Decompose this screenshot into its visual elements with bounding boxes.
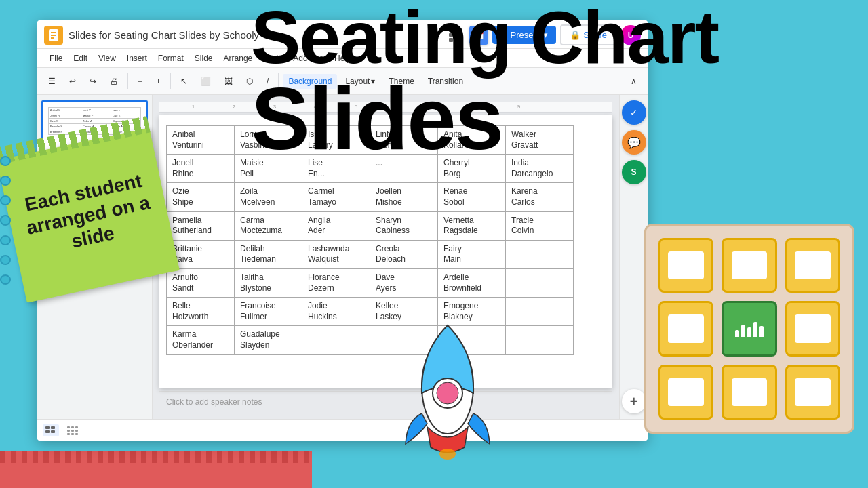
- card-item-3[interactable]: [785, 238, 840, 293]
- title-icons: 📅 ▶ Present ▾ 🔒 Share U: [446, 24, 641, 45]
- svg-rect-12: [67, 426, 70, 428]
- sidebar-sheets-icon[interactable]: S: [622, 160, 646, 184]
- svg-rect-20: [75, 433, 78, 435]
- cell-r2-c3: JoellenMishoe: [370, 183, 438, 211]
- grid-view-btn[interactable]: [43, 424, 59, 436]
- menu-tools[interactable]: Tools: [258, 51, 288, 66]
- spiral-hole-7: [0, 274, 11, 285]
- menu-insert[interactable]: Insert: [121, 51, 153, 66]
- svg-rect-14: [75, 426, 78, 428]
- menu-view[interactable]: View: [93, 51, 121, 66]
- calendar-icon[interactable]: 📅: [469, 26, 488, 45]
- cell-r0-c0: AnibalVenturini: [167, 126, 235, 155]
- sidebar-tasks-icon[interactable]: ✓: [622, 100, 646, 125]
- google-apps-icon[interactable]: [446, 26, 465, 45]
- cell-r7-c0: KarmaOberlander: [167, 326, 235, 354]
- card-item-8[interactable]: [722, 365, 776, 420]
- spiral-hole-3: [0, 195, 11, 205]
- share-button[interactable]: 🔒 Share: [560, 24, 616, 45]
- dot-7: [449, 38, 452, 41]
- card-item-7[interactable]: [658, 365, 713, 420]
- speaker-notes[interactable]: Click to add speaker notes: [159, 391, 612, 412]
- h-ruler: 1 2 3 4 5 6 7 8 9: [159, 102, 612, 113]
- speaker-notes-placeholder: Click to add speaker notes: [166, 397, 262, 407]
- layout-chevron: ▾: [371, 77, 375, 86]
- bar-5: [760, 326, 764, 337]
- menu-addons[interactable]: Add-ons: [288, 51, 329, 66]
- slide-canvas[interactable]: AnibalVenturiniLorriVasbinderIssaLandryL…: [159, 115, 612, 388]
- sidebar-chat-icon[interactable]: 💬: [622, 130, 646, 155]
- spiral-hole-2: [0, 176, 11, 186]
- card-item-1[interactable]: [658, 238, 713, 293]
- ruler-mark-1: 1: [173, 104, 214, 110]
- cell-r6-c1: FrancoiseFullmer: [235, 298, 302, 326]
- ruler-mark-8: 8: [458, 104, 498, 110]
- cell-r3-c5: TracieColvin: [506, 211, 574, 240]
- toolbar-print-btn[interactable]: 🖨: [104, 74, 123, 89]
- cell-r2-c4: RenaeSobol: [438, 183, 506, 211]
- dot-3: [459, 28, 462, 32]
- menu-help[interactable]: Help: [329, 51, 357, 66]
- user-avatar[interactable]: U: [620, 25, 641, 45]
- present-button[interactable]: ▶ Present ▾: [492, 26, 556, 44]
- app-title: Slides for Seating Chart Slides by Schoo…: [68, 29, 441, 41]
- card-inner-9: [795, 378, 831, 406]
- toolbar-zoom-out[interactable]: −: [132, 74, 148, 89]
- theme-button[interactable]: Theme: [383, 74, 419, 89]
- cell-r7-c2: [302, 326, 370, 354]
- toolbar-undo-btn[interactable]: ↩: [64, 74, 81, 89]
- present-chevron: ▾: [543, 30, 548, 40]
- ruler-mark-6: 6: [376, 104, 417, 110]
- svg-rect-19: [71, 433, 74, 435]
- sidebar-add-btn[interactable]: +: [622, 389, 646, 413]
- card-item-9[interactable]: [785, 365, 840, 420]
- cell-r7-c5: [506, 326, 574, 354]
- toolbar-image-btn[interactable]: 🖼: [219, 74, 238, 89]
- cell-r0-c5: WalkerGravatt: [506, 126, 574, 155]
- background-button[interactable]: Background: [283, 74, 337, 89]
- cell-r5-c2: FloranceDezern: [302, 268, 370, 297]
- svg-rect-5: [51, 32, 56, 33]
- spiral-hole-6: [0, 255, 11, 265]
- dot-9: [459, 38, 462, 41]
- toolbar: ☰ ↩ ↪ 🖨 − + ↖ ⬜ 🖼 ⬡ / Background Layout …: [37, 68, 648, 95]
- cell-r2-c1: ZoilaMcelveen: [235, 183, 302, 211]
- cell-r2-c0: OzieShipe: [167, 183, 235, 211]
- spiral-hole-4: [0, 215, 11, 225]
- list-view-btn[interactable]: [64, 424, 81, 436]
- title-bar: Slides for Seating Chart Slides by Schoo…: [37, 20, 648, 49]
- card-item-2[interactable]: [722, 238, 776, 293]
- cell-r5-c0: ArnulfoSandt: [167, 268, 235, 297]
- cell-r3-c4: VernettaRagsdale: [438, 211, 506, 240]
- present-icon: ▶: [500, 30, 507, 40]
- card-item-6[interactable]: [785, 301, 840, 356]
- toolbar-menu-btn[interactable]: ☰: [43, 74, 61, 89]
- menu-format[interactable]: Format: [153, 51, 189, 66]
- menu-slide[interactable]: Slide: [189, 51, 218, 66]
- spiral-hole-1: [0, 156, 11, 166]
- card-item-4[interactable]: [658, 301, 713, 356]
- svg-rect-7: [51, 37, 54, 39]
- toolbar-shapes-btn[interactable]: ⬜: [195, 74, 216, 89]
- toolbar-line-btn[interactable]: /: [261, 74, 274, 89]
- cell-r1-c0: JenellRhine: [167, 155, 235, 183]
- dot-2: [454, 28, 458, 32]
- transition-button[interactable]: Transition: [422, 74, 469, 89]
- menu-file[interactable]: File: [44, 51, 68, 66]
- dot-6: [459, 33, 462, 37]
- cell-r5-c4: ArdelleBrownfield: [438, 268, 506, 297]
- svg-rect-8: [45, 426, 50, 429]
- toolbar-circle-btn[interactable]: ⬡: [241, 74, 258, 89]
- cell-r1-c2: LiseEn...: [302, 155, 370, 183]
- toolbar-zoom-in[interactable]: +: [151, 74, 166, 89]
- menu-arrange[interactable]: Arrange: [218, 51, 258, 66]
- collapse-btn[interactable]: ∧: [625, 74, 642, 89]
- menu-edit[interactable]: Edit: [68, 51, 93, 66]
- card-item-5-active[interactable]: [722, 301, 776, 356]
- ruler-mark-5: 5: [336, 104, 376, 110]
- toolbar-cursor-btn[interactable]: ↖: [175, 74, 193, 89]
- toolbar-redo-btn[interactable]: ↪: [84, 74, 102, 89]
- cell-r5-c1: TalithaBlystone: [235, 268, 302, 297]
- cell-r0-c2: IssaLandry: [302, 126, 370, 155]
- layout-button[interactable]: Layout ▾: [340, 74, 380, 89]
